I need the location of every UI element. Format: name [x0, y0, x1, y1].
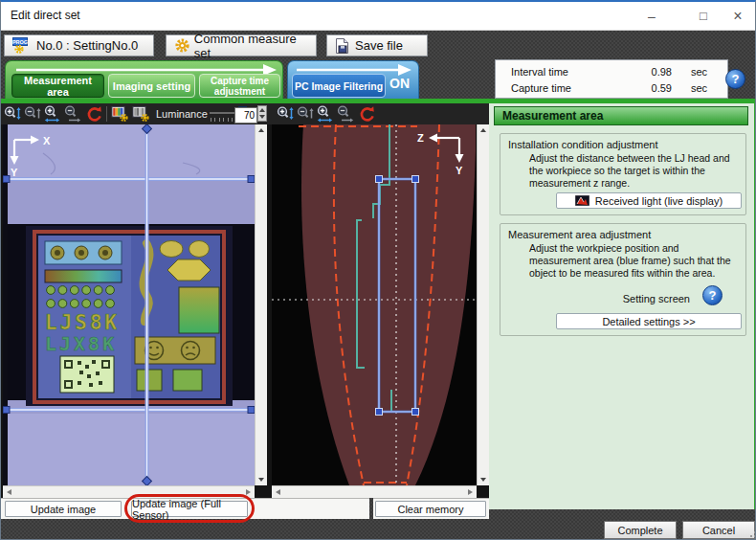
profile-zoom-in-horizontal-icon[interactable] [316, 105, 335, 123]
installation-condition-body: Adjust the distance between the LJ head … [529, 152, 742, 190]
save-file-icon [335, 37, 350, 55]
axis-x-label: X [43, 135, 51, 146]
timing-help-icon[interactable]: ? [725, 69, 745, 89]
zoom-in-vertical-icon[interactable] [3, 105, 22, 123]
axis-z-label: Z [417, 132, 424, 144]
profile-horizontal-scrollbar[interactable] [272, 485, 477, 498]
zoom-in-horizontal-icon[interactable] [43, 105, 62, 123]
complete-label: Complete [617, 525, 662, 536]
profile-zoom-out-vertical-icon[interactable] [296, 105, 315, 123]
measurement-area-panel: Measurement area Installation condition … [489, 103, 754, 509]
tab-capture-time-label: Capture time adjustment [200, 76, 279, 97]
axis-y-label: Y [11, 167, 18, 178]
save-file-label: Save file [355, 38, 403, 53]
panel-header: Measurement area [494, 106, 748, 125]
zoom-out-vertical-icon[interactable] [23, 105, 42, 123]
scroll-right-icon[interactable] [246, 489, 251, 495]
profile-zoom-in-vertical-icon[interactable] [276, 105, 295, 123]
update-image-button[interactable]: Update image [5, 501, 122, 517]
scroll-up-icon[interactable] [258, 128, 264, 132]
test-target-board: LJS8K LJX8K [26, 226, 233, 406]
profile-image-pane[interactable]: Z Y [272, 124, 477, 485]
pc-filtering-tab-group: PC Image Filtering ON [287, 60, 419, 99]
tab-imaging-setting[interactable]: Imaging setting [108, 74, 195, 98]
axis-y-label: Y [456, 165, 463, 176]
common-measure-set-label: Common measure set [194, 32, 308, 60]
profile-vertical-scrollbar[interactable] [477, 124, 489, 485]
head-setting-tab-group: Measurement area Imaging setting Capture… [5, 60, 283, 99]
target-text-ljs8k: LJS8K [45, 311, 120, 334]
interval-time-value: 0.98 [622, 66, 672, 78]
installation-condition-title: Installation condition adjustment [508, 139, 658, 150]
measurement-area-adjustment-body: Adjust the workpiece position and measur… [529, 242, 742, 280]
capture-time-unit: sec [691, 82, 720, 94]
spinner-buttons[interactable] [257, 105, 267, 122]
program-gear-icon: PROG [12, 37, 32, 54]
detailed-settings-label: Detailed settings >> [602, 316, 695, 327]
clear-memory-button[interactable]: Clear memory [375, 501, 486, 517]
spin-up-icon[interactable] [259, 108, 265, 112]
tab-pc-image-filtering[interactable]: PC Image Filtering [292, 74, 386, 98]
tab-measurement-area-label: Measurement area [12, 75, 103, 98]
installation-condition-section: Installation condition adjustment Adjust… [500, 133, 746, 215]
color-image-setting-icon[interactable] [111, 105, 130, 123]
interval-time-label: Interval time [511, 66, 622, 78]
spin-down-icon[interactable] [259, 115, 265, 119]
pc-filtering-state: ON [389, 76, 410, 91]
minimize-icon[interactable]: – [637, 2, 666, 30]
cancel-label: Cancel [702, 525, 735, 536]
scroll-down-icon[interactable] [258, 478, 264, 482]
common-measure-set-button[interactable]: Common measure set [166, 34, 317, 56]
close-icon[interactable]: × [723, 2, 752, 30]
capture-time-row: Capture time 0.59 sec [511, 79, 720, 96]
luminance-spinner [234, 105, 267, 122]
camera-image-pane[interactable]: LJS8K LJX8K [3, 124, 255, 485]
camera-image[interactable]: LJS8K LJX8K [3, 124, 255, 485]
update-image-full-sensor-label: Update image (Full Sensor) [132, 498, 247, 521]
reset-view-icon[interactable] [85, 105, 104, 123]
gear-icon [174, 37, 189, 54]
profile-zoom-out-horizontal-icon[interactable] [336, 105, 355, 123]
tab-measurement-area[interactable]: Measurement area [11, 74, 104, 98]
cancel-button[interactable]: Cancel [682, 521, 755, 539]
camera-horizontal-scrollbar[interactable] [3, 485, 255, 498]
detailed-settings-button[interactable]: Detailed settings >> [556, 313, 742, 329]
interval-time-row: Interval time 0.98 sec [511, 63, 720, 79]
scroll-up-icon[interactable] [480, 128, 486, 132]
update-image-full-sensor-button[interactable]: Update image (Full Sensor) [131, 501, 248, 517]
setting-screen-label: Setting screen [623, 293, 690, 304]
received-light-icon [575, 195, 589, 206]
interval-time-unit: sec [691, 66, 720, 78]
scroll-down-icon[interactable] [480, 478, 486, 482]
profile-reset-view-icon[interactable] [358, 105, 377, 123]
update-image-label: Update image [31, 504, 97, 515]
scroll-left-icon[interactable] [276, 489, 280, 495]
maximize-icon[interactable]: □ [689, 2, 718, 30]
camera-vertical-scrollbar[interactable] [255, 124, 267, 485]
clear-memory-label: Clear memory [397, 504, 463, 515]
received-light-label: Received light (live display) [595, 195, 723, 207]
program-setting-label: No.0 : SettingNo.0 [36, 38, 138, 53]
timing-info-box: Interval time 0.98 sec Capture time 0.59… [495, 59, 728, 99]
program-setting-button[interactable]: PROG No.0 : SettingNo.0 [4, 34, 154, 56]
zoom-out-horizontal-icon[interactable] [63, 105, 82, 123]
svg-text:PROG: PROG [12, 39, 28, 45]
title-bar: Edit direct set – □ × [1, 2, 755, 31]
capture-time-label: Capture time [511, 82, 622, 94]
grayscale-image-setting-icon[interactable] [132, 105, 151, 123]
received-light-button[interactable]: Received light (live display) [556, 192, 742, 209]
complete-button[interactable]: Complete [604, 521, 677, 539]
edit-direct-set-window: Edit direct set – □ × PROG No.0 : Settin… [0, 0, 756, 540]
measurement-area-adjustment-section: Measurement area adjustment Adjust the w… [500, 223, 746, 336]
tab-pc-image-filtering-label: PC Image Filtering [295, 80, 383, 92]
tab-capture-time-adjustment[interactable]: Capture time adjustment [199, 74, 280, 98]
luminance-input[interactable] [234, 107, 257, 124]
scroll-right-icon[interactable] [468, 489, 473, 495]
scroll-left-icon[interactable] [7, 489, 11, 495]
profile-image[interactable]: Z Y [272, 124, 477, 485]
tab-imaging-setting-label: Imaging setting [113, 80, 190, 92]
luminance-label: Luminance [156, 108, 208, 120]
save-file-button[interactable]: Save file [326, 34, 428, 56]
capture-time-value: 0.59 [622, 82, 672, 94]
setting-screen-help-icon[interactable]: ? [702, 285, 723, 305]
